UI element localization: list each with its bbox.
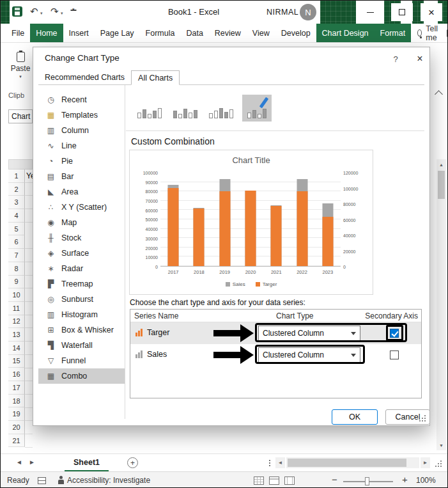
ribbon-tab-formula[interactable]: Formula bbox=[140, 24, 181, 42]
dialog-tab-all-charts[interactable]: All Charts bbox=[131, 70, 180, 85]
tab-scrollbar-splitter[interactable] bbox=[269, 460, 270, 461]
row-header-12[interactable]: 12 bbox=[8, 315, 25, 329]
category-item-box-whisker[interactable]: ⊞Box & Whisker bbox=[38, 322, 125, 338]
category-item-x-y-scatter[interactable]: ∴X Y (Scatter) bbox=[38, 200, 125, 215]
vertical-scrollbar[interactable]: ▲ ▼ bbox=[436, 159, 446, 450]
customize-toolbar-icon[interactable]: ▾ bbox=[72, 8, 75, 12]
ribbon-tab-format[interactable]: Format bbox=[375, 24, 412, 42]
subtype-clustered-column-line[interactable] bbox=[135, 95, 164, 122]
row-header-21[interactable]: 21 bbox=[8, 434, 25, 448]
subtype-custom-combination[interactable] bbox=[242, 95, 272, 122]
ribbon-tab-data[interactable]: Data bbox=[180, 24, 208, 42]
series-row-targer[interactable]: TargerClustered Column bbox=[130, 322, 421, 344]
category-item-histogram[interactable]: ▥Histogram bbox=[38, 307, 125, 322]
category-item-recent[interactable]: ◷Recent bbox=[38, 92, 125, 107]
chart-type-dropdown[interactable]: Clustered Column bbox=[258, 326, 360, 341]
row-header-4[interactable]: 4 bbox=[8, 209, 25, 223]
category-item-map[interactable]: ◉Map bbox=[38, 215, 125, 230]
category-item-bar[interactable]: ▤Bar bbox=[38, 169, 125, 184]
row-header-14[interactable]: 14 bbox=[8, 342, 25, 355]
minimize-button[interactable] bbox=[359, 3, 381, 21]
vertical-scroll-thumb[interactable] bbox=[438, 171, 445, 199]
ribbon-tab-chart-design[interactable]: Chart Design bbox=[316, 24, 375, 42]
zoom-level[interactable]: 100% bbox=[416, 476, 436, 485]
cancel-button[interactable]: Cancel bbox=[385, 409, 430, 425]
row-header-17[interactable]: 17 bbox=[8, 381, 25, 395]
series-row-sales[interactable]: SalesClustered Column bbox=[130, 344, 421, 366]
dialog-tab-recommended-charts[interactable]: Recommended Charts bbox=[38, 70, 131, 84]
scroll-up-icon[interactable]: ▲ bbox=[436, 159, 446, 169]
page-layout-view-icon[interactable] bbox=[269, 476, 279, 485]
window-resize-grip[interactable] bbox=[440, 466, 442, 467]
hscroll-left-icon[interactable]: ◄ bbox=[275, 457, 285, 468]
maximize-button[interactable] bbox=[391, 3, 413, 21]
ribbon-tab-develop[interactable]: Develop bbox=[275, 24, 316, 42]
subtype-stacked-area-clustered-column[interactable] bbox=[206, 95, 236, 122]
category-item-treemap[interactable]: ▛Treemap bbox=[38, 276, 125, 292]
scroll-down-icon[interactable]: ▼ bbox=[436, 440, 446, 450]
row-header-10[interactable]: 10 bbox=[8, 288, 25, 302]
add-sheet-button[interactable]: + bbox=[127, 457, 138, 468]
ribbon-tab-view[interactable]: View bbox=[247, 24, 275, 42]
category-item-pie[interactable]: ◔Pie bbox=[38, 153, 125, 169]
ribbon-tab-review[interactable]: Review bbox=[209, 24, 247, 42]
ribbon-tab-page-lay[interactable]: Page Lay bbox=[95, 24, 140, 42]
dialog-resize-grip[interactable] bbox=[424, 420, 426, 421]
page-break-view-icon[interactable] bbox=[284, 476, 295, 485]
help-button[interactable]: ? bbox=[386, 51, 405, 67]
tell-me-button[interactable]: Tell me bbox=[411, 24, 447, 42]
row-header-7[interactable]: 7 bbox=[8, 249, 25, 262]
macro-record-icon[interactable] bbox=[38, 477, 46, 484]
category-item-line[interactable]: ∿Line bbox=[38, 138, 125, 153]
row-header-16[interactable]: 16 bbox=[8, 368, 25, 381]
redo-caret-icon[interactable]: ▾ bbox=[61, 11, 63, 16]
undo-icon[interactable]: ↶ bbox=[30, 5, 38, 18]
dialog-close-button[interactable]: × bbox=[410, 51, 429, 67]
normal-view-icon[interactable] bbox=[254, 476, 264, 485]
chart-type-dropdown[interactable]: Clustered Column bbox=[258, 347, 360, 363]
category-item-funnel[interactable]: ▽Funnel bbox=[38, 353, 125, 368]
row-header-8[interactable]: 8 bbox=[8, 262, 25, 276]
category-item-radar[interactable]: ∗Radar bbox=[38, 261, 125, 276]
accessibility-status[interactable]: Accessibility: Investigate bbox=[67, 476, 150, 485]
row-header-5[interactable]: 5 bbox=[8, 223, 25, 236]
category-item-sunburst[interactable]: ◎Sunburst bbox=[38, 292, 125, 307]
row-header-3[interactable]: 3 bbox=[8, 196, 25, 209]
zoom-out-button[interactable]: − bbox=[332, 474, 337, 485]
select-all-corner[interactable] bbox=[8, 159, 33, 169]
sheet-tab-sheet1[interactable]: Sheet1 bbox=[65, 454, 109, 471]
sheet-nav-right-icon[interactable]: ► bbox=[29, 459, 35, 466]
ribbon-tab-file[interactable]: File bbox=[6, 24, 30, 42]
ribbon-tab-insert[interactable]: Insert bbox=[63, 24, 95, 42]
close-button[interactable]: × bbox=[421, 3, 442, 21]
row-header-6[interactable]: 6 bbox=[8, 235, 25, 249]
row-header-13[interactable]: 13 bbox=[8, 328, 25, 342]
sheet-nav-left-icon[interactable]: ◄ bbox=[16, 459, 22, 466]
category-item-stock[interactable]: ╫Stock bbox=[38, 230, 125, 246]
horizontal-scroll-thumb[interactable] bbox=[288, 459, 406, 467]
row-header-15[interactable]: 15 bbox=[8, 355, 25, 368]
category-item-column[interactable]: ▥Column bbox=[38, 123, 125, 138]
category-item-combo[interactable]: ▦Combo bbox=[38, 368, 125, 384]
category-item-templates[interactable]: ▦Templates bbox=[38, 107, 125, 123]
zoom-slider-thumb[interactable] bbox=[365, 477, 369, 485]
row-header-11[interactable]: 11 bbox=[8, 302, 25, 315]
subtype-clustered-column-line-secondary-axis[interactable] bbox=[171, 95, 200, 122]
row-header-2[interactable]: 2 bbox=[8, 183, 25, 196]
category-item-area[interactable]: ◣Area bbox=[38, 184, 125, 200]
row-header-18[interactable]: 18 bbox=[8, 395, 25, 408]
category-item-waterfall[interactable]: ▜Waterfall bbox=[38, 338, 125, 353]
ok-button[interactable]: OK bbox=[332, 409, 378, 425]
row-header-1[interactable]: 1 bbox=[8, 169, 25, 183]
undo-caret-icon[interactable]: ▾ bbox=[40, 11, 43, 16]
secondary-axis-checkbox[interactable] bbox=[390, 350, 399, 359]
avatar[interactable]: N bbox=[300, 4, 316, 20]
redo-icon[interactable]: ↷ bbox=[50, 5, 59, 18]
category-item-surface[interactable]: ◈Surface bbox=[38, 246, 125, 261]
save-icon[interactable] bbox=[12, 6, 22, 17]
secondary-axis-checkbox[interactable] bbox=[390, 329, 399, 338]
ribbon-tab-home[interactable]: Home bbox=[30, 24, 63, 42]
paste-button[interactable]: Paste ▾ bbox=[10, 52, 31, 78]
name-box[interactable]: Chart bbox=[8, 109, 33, 123]
horizontal-scrollbar[interactable] bbox=[286, 457, 419, 468]
